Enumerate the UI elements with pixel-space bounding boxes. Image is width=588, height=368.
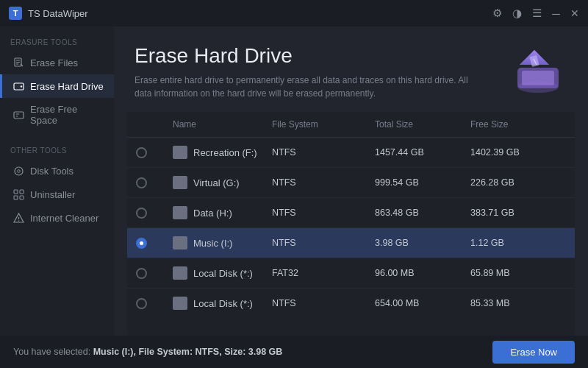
minimize-icon[interactable]: ─ [552,7,560,20]
row-radio-2[interactable] [136,208,173,219]
row-fs-5: NTFS [272,298,375,308]
sidebar-item-erase-hard-drive-label: Erase Hard Drive [30,81,104,92]
erasure-tools-label: Erasure Tools [0,35,114,51]
row-total-4: 96.00 MB [375,268,470,278]
col-free: Free Size [470,119,566,130]
row-free-3: 1.12 GB [470,238,566,248]
radio-circle-4 [136,268,147,279]
svg-text:T: T [13,9,18,18]
table-row[interactable]: Data (H:) NTFS 863.48 GB 383.71 GB [127,198,575,228]
theme-icon[interactable]: ◑ [512,7,522,20]
svg-rect-16 [14,196,18,199]
row-free-1: 226.28 GB [470,177,566,188]
sidebar: Erasure Tools Erase Files Eras [0,26,114,336]
main-layout: Erasure Tools Erase Files Eras [0,26,588,336]
row-total-5: 654.00 MB [375,298,470,308]
sidebar-item-disk-tools[interactable]: Disk Tools [0,159,114,183]
content-area: Erase Hard Drive Erase entire hard drive… [114,26,588,336]
page-title: Erase Hard Drive [135,44,487,68]
row-name-2: Data (H:) [173,206,272,219]
row-free-2: 383.71 GB [470,208,566,218]
row-name-5: Local Disk (*:) [173,297,272,310]
row-name-3: Music (I:) [173,236,272,250]
erase-free-space-icon [12,109,24,121]
svg-point-12 [15,167,23,175]
sidebar-item-erase-files[interactable]: Erase Files [0,51,114,74]
row-total-1: 999.54 GB [375,177,470,188]
col-fs: File System [272,119,375,130]
row-radio-5[interactable] [136,298,173,309]
sidebar-item-erase-free-space-label: Erase Free Space [30,104,104,126]
table-row[interactable]: Virtual (G:) NTFS 999.54 GB 226.28 GB [127,168,575,198]
table-body: Recreation (F:) NTFS 1457.44 GB 1402.39 … [127,138,575,318]
drive-icon-2 [173,206,187,219]
radio-circle-0 [136,147,147,158]
drive-icon-4 [173,266,187,280]
title-bar-controls: ⚙ ◑ ☰ ─ ✕ [492,7,579,20]
row-name-0: Recreation (F:) [173,146,272,159]
svg-rect-14 [14,190,18,194]
row-radio-0[interactable] [136,147,173,158]
col-select [136,119,173,130]
table-row[interactable]: Music (I:) NTFS 3.98 GB 1.12 GB [127,228,575,258]
sidebar-item-uninstaller-label: Uninstaller [30,189,75,200]
other-tools-label: Other Tools [0,144,114,159]
row-free-4: 65.89 MB [470,268,566,278]
radio-circle-3 [136,238,147,249]
status-bar: You have selected: Music (I:), File Syst… [0,336,588,368]
status-selected-info: Music (I:), File System: NTFS, Size: 3.9… [93,347,283,357]
sidebar-item-erase-hard-drive[interactable]: Erase Hard Drive [0,74,114,98]
table-row[interactable]: Recreation (F:) NTFS 1457.44 GB 1402.39 … [127,138,575,168]
row-fs-0: NTFS [272,147,375,158]
disk-tools-icon [12,165,24,177]
internet-cleaner-icon [12,212,24,224]
col-name: Name [173,119,272,130]
row-name-text-5: Local Disk (*:) [193,298,253,309]
menu-icon[interactable]: ☰ [532,7,542,20]
content-title-area: Erase Hard Drive Erase entire hard drive… [135,44,487,100]
table-row[interactable]: Local Disk (*:) FAT32 96.00 MB 65.89 MB [127,258,575,289]
sidebar-item-uninstaller[interactable]: Uninstaller [0,183,114,206]
row-name-text-1: Virtual (G:) [193,177,240,188]
sidebar-item-internet-cleaner-label: Internet Cleaner [30,213,98,224]
status-text: You have selected: Music (I:), File Syst… [13,347,282,357]
radio-circle-5 [136,298,147,309]
table-header: Name File System Total Size Free Size [127,112,575,138]
sidebar-item-internet-cleaner[interactable]: Internet Cleaner [0,206,114,230]
drive-icon-0 [173,146,187,159]
svg-rect-15 [20,190,24,194]
content-header: Erase Hard Drive Erase entire hard drive… [114,26,588,112]
settings-icon[interactable]: ⚙ [492,7,502,20]
row-free-0: 1402.39 GB [470,147,566,158]
drive-icon-3 [173,236,187,250]
title-bar: T TS DataWiper ⚙ ◑ ☰ ─ ✕ [0,0,588,26]
row-name-1: Virtual (G:) [173,176,272,189]
drive-icon-5 [173,297,187,310]
drive-icon-1 [173,176,187,189]
status-prefix: You have selected: [13,347,93,357]
svg-rect-17 [20,196,24,199]
row-name-text-3: Music (I:) [193,238,232,249]
row-free-5: 85.33 MB [470,298,566,308]
sidebar-item-erase-free-space[interactable]: Erase Free Space [0,98,114,132]
svg-point-8 [20,85,21,87]
row-fs-1: NTFS [272,177,375,188]
svg-point-20 [18,220,18,221]
page-description: Erase entire hard drive to permanently e… [135,74,487,100]
hero-icon [509,44,567,96]
row-radio-3[interactable] [136,238,173,249]
drives-table: Name File System Total Size Free Size Re… [127,112,575,336]
app-title: TS DataWiper [28,8,88,19]
close-button[interactable]: ✕ [570,7,579,19]
row-name-4: Local Disk (*:) [173,266,272,280]
sidebar-item-disk-tools-label: Disk Tools [30,166,74,177]
row-total-0: 1457.44 GB [375,147,470,158]
svg-rect-9 [14,112,24,118]
row-radio-4[interactable] [136,268,173,279]
app-logo-icon: T [9,7,22,20]
erase-now-button[interactable]: Erase Now [492,341,575,364]
table-row[interactable]: Local Disk (*:) NTFS 654.00 MB 85.33 MB [127,289,575,318]
erase-hard-drive-icon [12,80,24,92]
row-radio-1[interactable] [136,177,173,188]
row-fs-2: NTFS [272,208,375,218]
